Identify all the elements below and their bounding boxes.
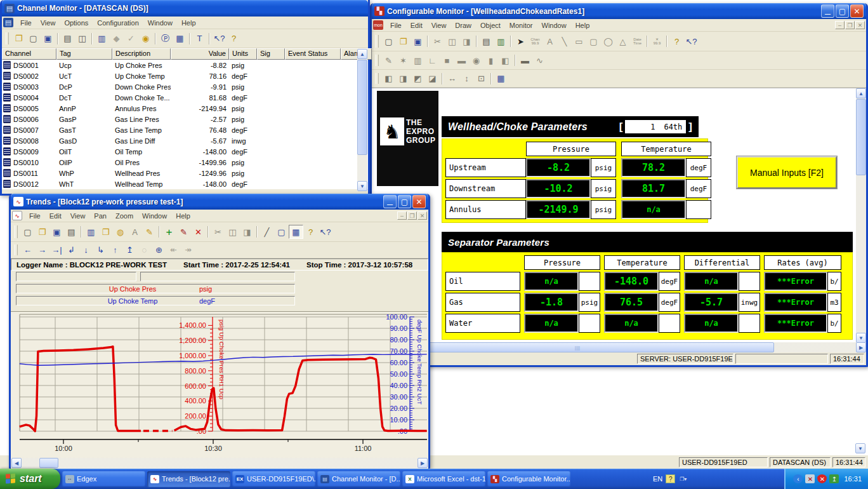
pan-top-icon[interactable]: ↥ — [122, 243, 137, 257]
help-pointer-icon[interactable]: ↖? — [318, 225, 332, 239]
channel-row-ds0005[interactable]: DS0005AnnPAnnulus Pres-2149.94psig — [2, 103, 368, 114]
line-icon[interactable]: ╲ — [557, 34, 572, 48]
scroll-up-button[interactable]: ▲ — [856, 88, 866, 98]
channel-columns-icon[interactable]: ▥ — [95, 32, 109, 46]
menu-item-help[interactable]: Help — [571, 20, 595, 30]
menu-item-view[interactable]: View — [427, 20, 451, 30]
print-icon[interactable]: ▤ — [479, 34, 494, 48]
menu-item-window[interactable]: Window — [537, 20, 571, 30]
manual-inputs-button[interactable]: Manual Inputs [F2] — [737, 156, 837, 189]
add-icon[interactable]: + — [162, 225, 176, 239]
menu-item-window[interactable]: Window — [143, 18, 177, 28]
save-icon[interactable]: ▣ — [41, 32, 55, 46]
open-icon[interactable]: ❐ — [11, 32, 26, 46]
task-button-trends[interactable]: ∿Trends - [Block12 pre... — [147, 471, 230, 487]
channel-row-ds0006[interactable]: DS0006GasPGas Line Pres-2.57psig — [2, 114, 368, 124]
h-bar-icon[interactable]: ▬ — [454, 53, 469, 67]
menu-item-edit[interactable]: Edit — [406, 20, 427, 30]
menu-item-monitor[interactable]: Monitor — [505, 20, 537, 30]
menu-item-options[interactable]: Options — [60, 18, 93, 28]
menu-item-window[interactable]: Window — [138, 211, 171, 221]
mdi-close-button[interactable]: ✕ — [418, 211, 427, 220]
same-width-icon[interactable]: ↔ — [445, 72, 459, 86]
channel-row-ds0010[interactable]: DS0010OilPOil Pres-1499.96psig — [2, 157, 368, 168]
legend-row-up-choke-temp[interactable]: Up Choke TempdegF — [16, 296, 295, 305]
same-size-icon[interactable]: ⊡ — [474, 72, 489, 86]
dash-icon[interactable]: ▬ — [518, 53, 532, 67]
channel-row-ds0009[interactable]: DS0009OilTOil Temp-148.00degF — [2, 146, 368, 157]
open-icon[interactable]: ❐ — [396, 34, 411, 48]
title-bar[interactable]: ▤ Channel Monitor - [DATASCAN (DS)] — [2, 0, 368, 17]
menu-item-file[interactable]: File — [16, 18, 36, 28]
ime-help-icon[interactable]: ? — [666, 474, 675, 483]
cut-icon[interactable]: ✂ — [211, 225, 225, 239]
paste-icon[interactable]: ◨ — [240, 225, 254, 239]
column-header-value[interactable]: Value — [171, 48, 229, 60]
chart-icon[interactable]: ▥ — [84, 225, 98, 239]
language-bar-restore-icon[interactable]: ❐▾ — [678, 474, 688, 483]
menu-item-zoom[interactable]: Zoom — [111, 211, 138, 221]
led-icon[interactable]: ▥ — [411, 53, 425, 67]
delete-icon[interactable]: ✕ — [191, 225, 206, 239]
database-icon[interactable]: ◍ — [113, 225, 128, 239]
menu-item-file[interactable]: File — [25, 211, 45, 221]
table-icon[interactable]: ▦ — [289, 225, 303, 239]
column-header-channel[interactable]: Channel — [2, 48, 56, 60]
menu-item-edit[interactable]: Edit — [45, 211, 66, 221]
radial-gauge-icon[interactable]: ◉ — [469, 53, 483, 67]
history-back-icon[interactable]: ↞ — [166, 243, 181, 257]
mdi-restore-button[interactable]: ❐ — [407, 211, 417, 220]
chart-horizontal-scrollbar[interactable]: ◀ ▶ — [11, 458, 428, 469]
scroll-down-button[interactable]: ▼ — [357, 181, 367, 191]
scroll-up-button[interactable]: ▲ — [357, 49, 367, 59]
scrollbar-thumb[interactable] — [357, 60, 367, 155]
paste-icon[interactable]: ◨ — [459, 34, 474, 48]
menu-item-help[interactable]: Help — [171, 211, 195, 221]
channel-row-ds0001[interactable]: DS0001UcpUp Choke Pres-8.82psig — [2, 60, 368, 70]
scroll-right-button[interactable]: ▶ — [856, 342, 866, 352]
network-disabled-icon[interactable]: ✕ — [805, 474, 815, 483]
channel-row-ds0008[interactable]: DS0008GasDGas Line Diff-5.67inwg — [2, 135, 368, 146]
trend-wave-icon[interactable]: ∿ — [532, 53, 547, 67]
ellipse-icon[interactable]: ◯ — [601, 34, 615, 48]
menu-item-help[interactable]: Help — [177, 18, 201, 28]
help-icon[interactable]: ? — [669, 34, 684, 48]
pan-right-icon[interactable]: → — [35, 243, 49, 257]
mdi-minimize-button[interactable]: – — [397, 211, 407, 220]
task-button-excel[interactable]: XMicrosoft Excel - dst-1 — [402, 471, 485, 487]
same-height-icon[interactable]: ↕ — [459, 72, 474, 86]
column-header-event-status[interactable]: Event Status — [285, 48, 341, 60]
align-bottom-icon[interactable]: ◪ — [425, 72, 440, 86]
wand-icon[interactable]: ╱ — [260, 225, 274, 239]
scroll-down-button[interactable]: ▼ — [855, 443, 865, 453]
task-button-edgex[interactable]: ··Edgex — [62, 471, 145, 487]
channel-row-ds0012[interactable]: DS0012WhTWellhead Temp-148.00degF — [2, 178, 368, 189]
canvas-horizontal-scrollbar[interactable]: |||| ▶ — [372, 342, 866, 352]
new-icon[interactable]: ▢ — [20, 225, 35, 239]
pan-up-icon[interactable]: ↑ — [108, 243, 122, 257]
print-preview-icon[interactable]: ◫ — [75, 32, 89, 46]
scrollbar-thumb[interactable] — [39, 458, 58, 468]
legend-row-up-choke-pres[interactable]: Up Choke Prespsig — [16, 284, 295, 293]
channel-row-ds0007[interactable]: DS0007GasTGas Line Temp76.48degF — [2, 124, 368, 135]
help-icon[interactable]: ? — [227, 32, 241, 46]
task-button-config-monitor[interactable]: ▚Configurable Monitor... — [487, 471, 570, 487]
menu-item-view[interactable]: View — [66, 211, 90, 221]
diamond-icon[interactable]: ◆ — [109, 32, 124, 46]
task-button-excel-doc[interactable]: EXUSER-DD915F19ED\... — [232, 471, 315, 487]
rounded-rect-icon[interactable]: ▢ — [586, 34, 601, 48]
open-logger-icon[interactable]: ❐ — [98, 225, 113, 239]
screen-icon[interactable]: ▢ — [274, 225, 289, 239]
channel-row-ds0002[interactable]: DS0002UcTUp Choke Temp78.16degF — [2, 70, 368, 81]
report-icon[interactable]: ▥ — [494, 34, 508, 48]
align-right-icon[interactable]: ◨ — [396, 72, 411, 86]
scroll-down-button[interactable]: ▼ — [856, 333, 866, 342]
maximize-button[interactable] — [398, 195, 411, 208]
language-label[interactable]: EN — [653, 475, 662, 483]
help-pointer-icon[interactable]: ↖? — [212, 32, 227, 46]
pan-down-right-icon[interactable]: ↳ — [93, 243, 108, 257]
new-icon[interactable]: ▢ — [26, 32, 41, 46]
menu-item-pan[interactable]: Pan — [89, 211, 111, 221]
value-99-icon[interactable]: ✕ 99.9 — [650, 34, 664, 48]
pan-down-left-icon[interactable]: ↲ — [64, 243, 79, 257]
